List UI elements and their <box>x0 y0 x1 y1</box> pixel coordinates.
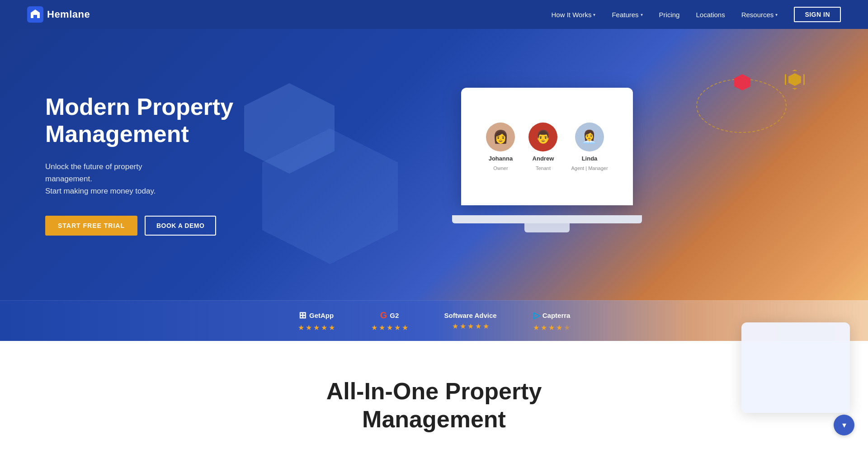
capterra-icon: ▷ <box>533 310 540 321</box>
avatar-andrew: 👨 <box>528 123 557 151</box>
hemlane-logo-icon <box>27 6 43 23</box>
rating-capterra: ▷ Capterra ★ ★ ★ ★ ★ <box>533 310 571 332</box>
person-name-andrew: Andrew <box>533 155 554 162</box>
capterra-stars: ★ ★ ★ ★ ★ <box>533 323 570 332</box>
chevron-icon: ▾ <box>593 12 595 17</box>
nav-links: How It Works ▾ Features ▾ Pricing Locati… <box>551 7 841 22</box>
rating-software-advice: Software Advice ★ ★ ★ ★ ★ <box>444 312 497 331</box>
hero-illustration: 👩 Johanna Owner 👨 Andrew Tenant 👩‍💼 Lind… <box>271 56 823 273</box>
hero-title: Modern Property Management <box>45 94 271 148</box>
person-card-johanna: 👩 Johanna Owner <box>486 123 515 171</box>
sign-in-button[interactable]: SIGN IN <box>794 7 841 22</box>
software-advice-logo: Software Advice <box>444 312 497 319</box>
floating-card <box>741 322 850 413</box>
g2-icon: G <box>380 310 387 321</box>
chevron-icon: ▾ <box>641 12 643 17</box>
book-demo-button[interactable]: BOOK A DEMO <box>145 216 216 236</box>
brand-name: Hemlane <box>47 9 90 20</box>
logo-link[interactable]: Hemlane <box>27 6 90 23</box>
chevron-icon: ▾ <box>775 12 778 17</box>
person-card-andrew: 👨 Andrew Tenant <box>528 123 557 171</box>
avatar-linda: 👩‍💼 <box>575 123 604 151</box>
start-free-trial-button[interactable]: START FREE TRIAL <box>45 216 137 236</box>
chevron-down-icon: ▾ <box>842 420 846 430</box>
person-name-linda: Linda <box>582 155 598 162</box>
screen-persons: 👩 Johanna Owner 👨 Andrew Tenant 👩‍💼 Lind… <box>472 109 621 184</box>
software-advice-stars: ★ ★ ★ ★ ★ <box>452 322 489 331</box>
laptop-stand <box>524 222 570 232</box>
hero-content: Modern Property Management Unlock the fu… <box>45 94 271 235</box>
rating-getapp: ⊞ GetApp ★ ★ ★ ★ ★ <box>298 310 335 332</box>
laptop-illustration: 👩 Johanna Owner 👨 Andrew Tenant 👩‍💼 Lind… <box>452 88 642 241</box>
nav-locations[interactable]: Locations <box>696 11 725 19</box>
g2-logo: G G2 <box>380 310 399 321</box>
bottom-title: All-In-One Property Management <box>45 377 823 434</box>
navbar: Hemlane How It Works ▾ Features ▾ Pricin… <box>0 0 868 29</box>
person-role-andrew: Tenant <box>536 165 551 171</box>
hero-buttons: START FREE TRIAL BOOK A DEMO <box>45 216 271 236</box>
capterra-logo: ▷ Capterra <box>533 310 571 321</box>
laptop-base <box>452 215 642 223</box>
bottom-section: All-In-One Property Management <box>0 341 868 449</box>
person-card-linda: 👩‍💼 Linda Agent | Manager <box>571 123 608 171</box>
scroll-down-button[interactable]: ▾ <box>834 415 854 435</box>
laptop-screen: 👩 Johanna Owner 👨 Andrew Tenant 👩‍💼 Lind… <box>461 88 633 205</box>
hero-section: Modern Property Management Unlock the fu… <box>0 29 868 300</box>
nav-pricing[interactable]: Pricing <box>659 11 680 19</box>
nav-features[interactable]: Features ▾ <box>612 11 642 19</box>
g2-stars: ★ ★ ★ ★ ★ <box>371 323 408 332</box>
avatar-johanna: 👩 <box>486 123 515 151</box>
nav-how-it-works[interactable]: How It Works ▾ <box>551 11 595 19</box>
getapp-icon: ⊞ <box>299 310 307 321</box>
ratings-section: ⊞ GetApp ★ ★ ★ ★ ★ G G2 ★ ★ ★ ★ ★ Softwa… <box>0 300 868 341</box>
person-name-johanna: Johanna <box>489 155 513 162</box>
rating-g2: G G2 ★ ★ ★ ★ ★ <box>371 310 408 332</box>
person-role-linda: Agent | Manager <box>571 165 608 171</box>
hero-subtitle: Unlock the future of property management… <box>45 161 271 198</box>
getapp-logo: ⊞ GetApp <box>299 310 334 321</box>
person-role-johanna: Owner <box>493 165 508 171</box>
getapp-stars: ★ ★ ★ ★ ★ <box>298 323 335 332</box>
nav-resources[interactable]: Resources ▾ <box>741 11 778 19</box>
